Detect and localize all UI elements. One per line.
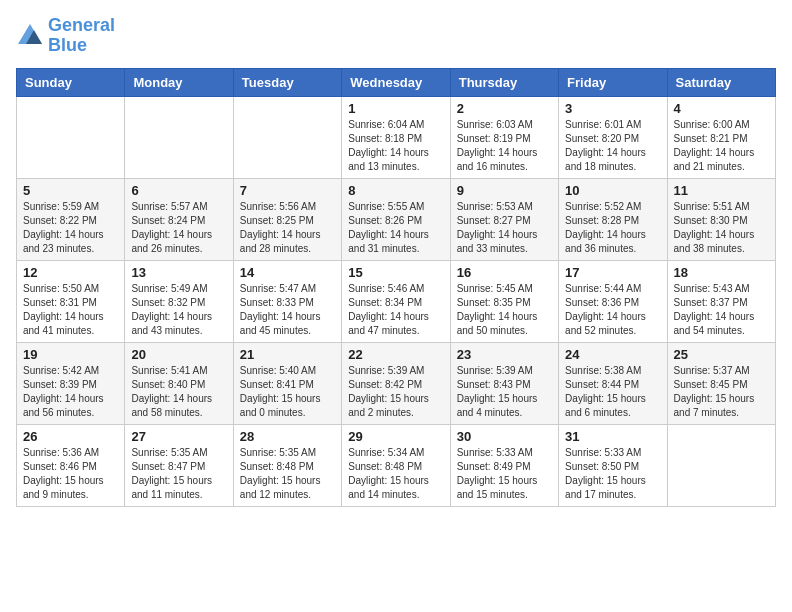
- day-info: Sunrise: 5:33 AM Sunset: 8:49 PM Dayligh…: [457, 446, 552, 502]
- day-info: Sunrise: 6:03 AM Sunset: 8:19 PM Dayligh…: [457, 118, 552, 174]
- day-of-week-header: Saturday: [667, 68, 775, 96]
- calendar-cell: 12Sunrise: 5:50 AM Sunset: 8:31 PM Dayli…: [17, 260, 125, 342]
- page-header: General Blue: [16, 16, 776, 56]
- day-info: Sunrise: 5:57 AM Sunset: 8:24 PM Dayligh…: [131, 200, 226, 256]
- calendar-cell: 1Sunrise: 6:04 AM Sunset: 8:18 PM Daylig…: [342, 96, 450, 178]
- day-number: 1: [348, 101, 443, 116]
- day-of-week-header: Monday: [125, 68, 233, 96]
- calendar-cell: 20Sunrise: 5:41 AM Sunset: 8:40 PM Dayli…: [125, 342, 233, 424]
- day-number: 29: [348, 429, 443, 444]
- day-info: Sunrise: 5:45 AM Sunset: 8:35 PM Dayligh…: [457, 282, 552, 338]
- day-number: 5: [23, 183, 118, 198]
- calendar-cell: [667, 424, 775, 506]
- calendar-cell: 17Sunrise: 5:44 AM Sunset: 8:36 PM Dayli…: [559, 260, 667, 342]
- calendar-cell: 25Sunrise: 5:37 AM Sunset: 8:45 PM Dayli…: [667, 342, 775, 424]
- day-number: 6: [131, 183, 226, 198]
- calendar-cell: 7Sunrise: 5:56 AM Sunset: 8:25 PM Daylig…: [233, 178, 341, 260]
- day-info: Sunrise: 5:49 AM Sunset: 8:32 PM Dayligh…: [131, 282, 226, 338]
- day-number: 8: [348, 183, 443, 198]
- day-number: 4: [674, 101, 769, 116]
- day-number: 24: [565, 347, 660, 362]
- day-info: Sunrise: 5:46 AM Sunset: 8:34 PM Dayligh…: [348, 282, 443, 338]
- day-info: Sunrise: 5:59 AM Sunset: 8:22 PM Dayligh…: [23, 200, 118, 256]
- calendar-cell: 26Sunrise: 5:36 AM Sunset: 8:46 PM Dayli…: [17, 424, 125, 506]
- calendar-cell: 14Sunrise: 5:47 AM Sunset: 8:33 PM Dayli…: [233, 260, 341, 342]
- day-info: Sunrise: 5:37 AM Sunset: 8:45 PM Dayligh…: [674, 364, 769, 420]
- calendar-week-row: 5Sunrise: 5:59 AM Sunset: 8:22 PM Daylig…: [17, 178, 776, 260]
- day-number: 16: [457, 265, 552, 280]
- day-info: Sunrise: 5:41 AM Sunset: 8:40 PM Dayligh…: [131, 364, 226, 420]
- day-info: Sunrise: 5:44 AM Sunset: 8:36 PM Dayligh…: [565, 282, 660, 338]
- day-info: Sunrise: 5:50 AM Sunset: 8:31 PM Dayligh…: [23, 282, 118, 338]
- day-number: 18: [674, 265, 769, 280]
- calendar-cell: [17, 96, 125, 178]
- day-number: 11: [674, 183, 769, 198]
- calendar-week-row: 26Sunrise: 5:36 AM Sunset: 8:46 PM Dayli…: [17, 424, 776, 506]
- calendar-cell: [125, 96, 233, 178]
- day-info: Sunrise: 5:56 AM Sunset: 8:25 PM Dayligh…: [240, 200, 335, 256]
- calendar-cell: 31Sunrise: 5:33 AM Sunset: 8:50 PM Dayli…: [559, 424, 667, 506]
- calendar-week-row: 19Sunrise: 5:42 AM Sunset: 8:39 PM Dayli…: [17, 342, 776, 424]
- day-info: Sunrise: 5:34 AM Sunset: 8:48 PM Dayligh…: [348, 446, 443, 502]
- day-of-week-header: Sunday: [17, 68, 125, 96]
- day-info: Sunrise: 5:38 AM Sunset: 8:44 PM Dayligh…: [565, 364, 660, 420]
- day-number: 30: [457, 429, 552, 444]
- day-info: Sunrise: 6:00 AM Sunset: 8:21 PM Dayligh…: [674, 118, 769, 174]
- logo-icon: [16, 22, 44, 50]
- day-number: 21: [240, 347, 335, 362]
- day-number: 25: [674, 347, 769, 362]
- day-info: Sunrise: 5:53 AM Sunset: 8:27 PM Dayligh…: [457, 200, 552, 256]
- calendar-cell: 30Sunrise: 5:33 AM Sunset: 8:49 PM Dayli…: [450, 424, 558, 506]
- day-info: Sunrise: 5:51 AM Sunset: 8:30 PM Dayligh…: [674, 200, 769, 256]
- day-number: 9: [457, 183, 552, 198]
- day-info: Sunrise: 5:42 AM Sunset: 8:39 PM Dayligh…: [23, 364, 118, 420]
- day-info: Sunrise: 5:36 AM Sunset: 8:46 PM Dayligh…: [23, 446, 118, 502]
- day-info: Sunrise: 5:47 AM Sunset: 8:33 PM Dayligh…: [240, 282, 335, 338]
- calendar-cell: 19Sunrise: 5:42 AM Sunset: 8:39 PM Dayli…: [17, 342, 125, 424]
- calendar-cell: 16Sunrise: 5:45 AM Sunset: 8:35 PM Dayli…: [450, 260, 558, 342]
- calendar-cell: 9Sunrise: 5:53 AM Sunset: 8:27 PM Daylig…: [450, 178, 558, 260]
- calendar-cell: 10Sunrise: 5:52 AM Sunset: 8:28 PM Dayli…: [559, 178, 667, 260]
- calendar-cell: 24Sunrise: 5:38 AM Sunset: 8:44 PM Dayli…: [559, 342, 667, 424]
- calendar-cell: 15Sunrise: 5:46 AM Sunset: 8:34 PM Dayli…: [342, 260, 450, 342]
- day-number: 26: [23, 429, 118, 444]
- calendar-cell: 27Sunrise: 5:35 AM Sunset: 8:47 PM Dayli…: [125, 424, 233, 506]
- logo: General Blue: [16, 16, 115, 56]
- calendar-cell: 21Sunrise: 5:40 AM Sunset: 8:41 PM Dayli…: [233, 342, 341, 424]
- day-number: 17: [565, 265, 660, 280]
- calendar-cell: 22Sunrise: 5:39 AM Sunset: 8:42 PM Dayli…: [342, 342, 450, 424]
- calendar-cell: 29Sunrise: 5:34 AM Sunset: 8:48 PM Dayli…: [342, 424, 450, 506]
- day-info: Sunrise: 6:01 AM Sunset: 8:20 PM Dayligh…: [565, 118, 660, 174]
- day-number: 23: [457, 347, 552, 362]
- calendar-cell: 5Sunrise: 5:59 AM Sunset: 8:22 PM Daylig…: [17, 178, 125, 260]
- day-info: Sunrise: 5:39 AM Sunset: 8:42 PM Dayligh…: [348, 364, 443, 420]
- calendar-table: SundayMondayTuesdayWednesdayThursdayFrid…: [16, 68, 776, 507]
- calendar-cell: 23Sunrise: 5:39 AM Sunset: 8:43 PM Dayli…: [450, 342, 558, 424]
- day-info: Sunrise: 5:43 AM Sunset: 8:37 PM Dayligh…: [674, 282, 769, 338]
- day-of-week-header: Tuesday: [233, 68, 341, 96]
- calendar-cell: 3Sunrise: 6:01 AM Sunset: 8:20 PM Daylig…: [559, 96, 667, 178]
- day-number: 19: [23, 347, 118, 362]
- day-number: 12: [23, 265, 118, 280]
- day-number: 14: [240, 265, 335, 280]
- day-info: Sunrise: 5:52 AM Sunset: 8:28 PM Dayligh…: [565, 200, 660, 256]
- calendar-cell: 6Sunrise: 5:57 AM Sunset: 8:24 PM Daylig…: [125, 178, 233, 260]
- day-number: 3: [565, 101, 660, 116]
- day-number: 22: [348, 347, 443, 362]
- day-info: Sunrise: 5:39 AM Sunset: 8:43 PM Dayligh…: [457, 364, 552, 420]
- day-of-week-header: Friday: [559, 68, 667, 96]
- day-info: Sunrise: 5:33 AM Sunset: 8:50 PM Dayligh…: [565, 446, 660, 502]
- calendar-cell: [233, 96, 341, 178]
- calendar-cell: 28Sunrise: 5:35 AM Sunset: 8:48 PM Dayli…: [233, 424, 341, 506]
- day-number: 31: [565, 429, 660, 444]
- day-number: 27: [131, 429, 226, 444]
- day-info: Sunrise: 6:04 AM Sunset: 8:18 PM Dayligh…: [348, 118, 443, 174]
- day-info: Sunrise: 5:35 AM Sunset: 8:47 PM Dayligh…: [131, 446, 226, 502]
- day-number: 28: [240, 429, 335, 444]
- day-number: 10: [565, 183, 660, 198]
- day-of-week-header: Thursday: [450, 68, 558, 96]
- calendar-cell: 11Sunrise: 5:51 AM Sunset: 8:30 PM Dayli…: [667, 178, 775, 260]
- day-number: 7: [240, 183, 335, 198]
- calendar-cell: 4Sunrise: 6:00 AM Sunset: 8:21 PM Daylig…: [667, 96, 775, 178]
- calendar-cell: 13Sunrise: 5:49 AM Sunset: 8:32 PM Dayli…: [125, 260, 233, 342]
